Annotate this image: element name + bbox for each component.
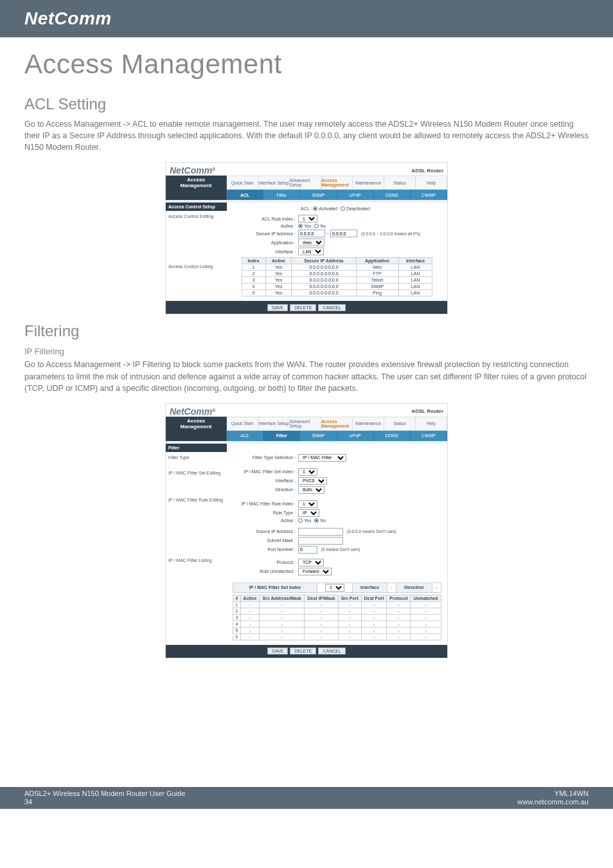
subtab-upnp[interactable]: UPnP — [337, 190, 374, 200]
tab-help[interactable]: Help — [416, 176, 447, 190]
subtab-cwmp[interactable]: CWMP — [411, 190, 447, 200]
acl-save-button[interactable]: SAVE — [267, 304, 288, 311]
shot-model: ADSL Router — [411, 168, 443, 174]
acl-rule-index-select[interactable]: 1 — [298, 215, 317, 222]
filter-protocol-select[interactable]: TCP — [298, 559, 324, 566]
tab2-advanced-setup[interactable]: Advanced Setup — [290, 417, 321, 431]
filter-rule-type-select[interactable]: IP — [298, 509, 319, 517]
table-cell: - — [338, 633, 361, 640]
table-cell: - — [411, 608, 441, 614]
table-cell: - — [387, 608, 411, 614]
filter-interface-select[interactable]: PVC0 — [298, 477, 327, 485]
tab-status[interactable]: Status — [384, 176, 416, 190]
filter-rule-index-select[interactable]: 1 — [298, 500, 317, 508]
filter-active-yes[interactable]: Yes — [298, 518, 311, 523]
filter-interface-label: Interface : — [231, 478, 298, 483]
subtab2-ddns[interactable]: DDNS — [374, 431, 411, 441]
filter-listing-header: Src Address/Mask — [259, 595, 304, 601]
table-cell: - — [259, 608, 304, 614]
acl-screenshot: NetComm® ADSL Router Access Management Q… — [165, 162, 448, 314]
subtab-ddns[interactable]: DDNS — [374, 190, 411, 200]
subtab2-snmp[interactable]: SNMP — [300, 431, 337, 441]
filter-rule-index-label: IP / MAC Filter Rule Index : — [231, 502, 298, 506]
tab2-status[interactable]: Status — [384, 417, 416, 431]
acl-active-yes-text: Yes — [304, 224, 311, 228]
filter-type-select[interactable]: IP / MAC Filter — [298, 454, 346, 462]
side-label-1: Access — [166, 177, 226, 183]
acl-activated-text: Activated — [319, 206, 337, 211]
filter-port-input[interactable] — [298, 546, 317, 554]
side-label: Access Management — [166, 176, 227, 190]
fl-top-dir-label: Direction — [396, 583, 432, 592]
table-cell: - — [240, 614, 259, 620]
table-cell: Yes — [265, 277, 292, 284]
fl-top-dir-value: - — [432, 583, 441, 592]
filter-subnet-input[interactable] — [298, 537, 343, 545]
tab-interface-setup[interactable]: Interface Setup — [258, 176, 290, 190]
filter-unmatched-select[interactable]: Forward — [298, 568, 332, 575]
tab2-quick-start[interactable]: Quick Start — [227, 417, 258, 431]
table-cell: - — [411, 627, 441, 633]
acl-delete-button[interactable]: DELETE — [290, 304, 316, 311]
acl-active-no[interactable]: No — [314, 224, 326, 228]
subtab2-filter[interactable]: Filter — [263, 431, 300, 441]
filter-cancel-button[interactable]: CANCEL — [318, 647, 345, 655]
table-cell: - — [361, 627, 387, 633]
table-cell: - — [411, 601, 441, 608]
acl-secureip-sep: ~ — [326, 231, 329, 236]
filter-delete-button[interactable]: DELETE — [290, 647, 316, 655]
acl-listing-table: IndexActiveSecure IP AddressApplicationI… — [242, 257, 433, 296]
shot2-logo: NetComm — [170, 406, 212, 417]
table-cell: 0.0.0.0-0.0.0.0 — [292, 284, 356, 290]
subtab-filter[interactable]: Filter — [263, 190, 300, 200]
filter-save-button[interactable]: SAVE — [267, 647, 288, 655]
tab2-maintenance[interactable]: Maintenance — [353, 417, 384, 431]
table-cell: - — [338, 608, 361, 614]
table-cell: - — [259, 627, 304, 633]
tab2-help[interactable]: Help — [416, 417, 447, 431]
tab-advanced-setup[interactable]: Advanced Setup — [290, 176, 321, 190]
subtab2-acl[interactable]: ACL — [227, 431, 263, 441]
filter-active-no[interactable]: No — [314, 518, 326, 523]
table-row: 2------- — [233, 608, 441, 614]
subtab-acl[interactable]: ACL — [227, 190, 263, 200]
acl-interface-select[interactable]: LAN — [298, 248, 324, 255]
table-cell: - — [240, 633, 259, 640]
table-cell: Ping — [356, 290, 398, 296]
table-cell: 2 — [233, 608, 240, 614]
acl-secureip-label: Secure IP Address : — [231, 231, 298, 236]
table-row: 6------- — [233, 633, 441, 640]
table-cell: - — [387, 620, 411, 627]
acl-left-item-1: Access Control Listing — [166, 261, 227, 276]
acl-secureip-to[interactable] — [330, 230, 357, 237]
acl-secureip-from[interactable] — [298, 230, 325, 237]
tab-access-management[interactable]: Access Management — [321, 176, 353, 190]
tab2-interface-setup[interactable]: Interface Setup — [258, 417, 290, 431]
filter-left-item-3: IP / MAC Filter Listing — [166, 555, 227, 570]
table-cell: - — [361, 608, 387, 614]
acl-app-select[interactable]: Web — [298, 239, 324, 246]
acl-cancel-button[interactable]: CANCEL — [318, 304, 345, 311]
filter-screenshot: NetComm® ADSL Router Access Management Q… — [165, 403, 448, 658]
table-cell: - — [338, 627, 361, 633]
tab-maintenance[interactable]: Maintenance — [353, 176, 384, 190]
subtab2-upnp[interactable]: UPnP — [337, 431, 374, 441]
subtab-snmp[interactable]: SNMP — [300, 190, 337, 200]
tab-quick-start[interactable]: Quick Start — [227, 176, 258, 190]
filter-set-index-select[interactable]: 1 — [298, 468, 317, 476]
acl-radio-deactivated[interactable]: Deactivated — [341, 206, 370, 211]
acl-active-yes[interactable]: Yes — [298, 224, 311, 228]
table-row: 3------- — [233, 614, 441, 620]
filter-direction-select[interactable]: Both — [298, 486, 324, 494]
filter-srcip-input[interactable] — [298, 528, 343, 536]
top-band: NetComm — [0, 0, 613, 37]
filter-port-label: Port Number : — [231, 547, 298, 552]
table-cell: FTP — [356, 271, 398, 277]
fl-top-set-select[interactable]: 1 — [325, 584, 344, 592]
acl-radio-activated[interactable]: Activated — [313, 206, 337, 211]
tab2-access-management[interactable]: Access Management — [321, 417, 353, 431]
table-cell: LAN — [398, 264, 432, 271]
table-cell: Telnet — [356, 277, 398, 284]
table-cell: 5 — [233, 627, 240, 633]
subtab2-cwmp[interactable]: CWMP — [411, 431, 447, 441]
